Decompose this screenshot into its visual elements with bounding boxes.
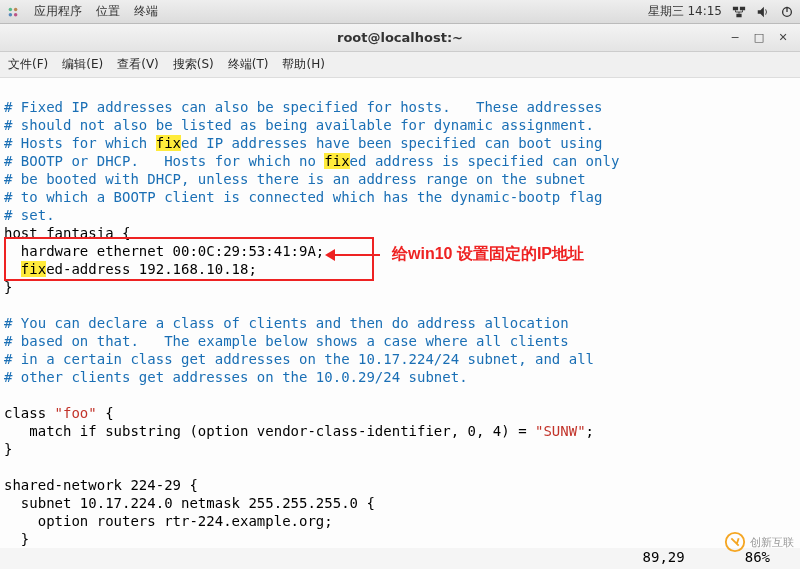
comment-line: # Hosts for which fixed IP addresses hav… [4, 135, 602, 151]
menu-edit[interactable]: 编辑(E) [62, 56, 103, 73]
comment-line: # should not also be listed as being ava… [4, 117, 594, 133]
code-line: match if substring (option vendor-class-… [4, 423, 594, 439]
code-line: shared-network 224-29 { [4, 477, 198, 493]
svg-point-2 [9, 12, 13, 16]
cursor-position: 89,29 [643, 549, 685, 565]
comment-line: # other clients get addresses on the 10.… [4, 369, 468, 385]
comment-line: # based on that. The example below shows… [4, 333, 569, 349]
activities-icon[interactable] [6, 5, 20, 19]
clock-label[interactable]: 星期三 14:15 [648, 3, 722, 20]
code-line: option routers rtr-224.example.org; [4, 513, 333, 529]
power-icon[interactable] [780, 5, 794, 19]
svg-rect-5 [740, 6, 745, 10]
comment-line: # in a certain class get addresses on th… [4, 351, 594, 367]
svg-marker-11 [758, 6, 764, 17]
window-title: root@localhost:~ [0, 30, 800, 45]
menu-search[interactable]: 搜索(S) [173, 56, 214, 73]
code-line: hardware ethernet 00:0C:29:53:41:9A; [4, 243, 324, 259]
comment-line: # Fixed IP addresses can also be specifi… [4, 99, 602, 115]
volume-icon[interactable] [756, 5, 770, 19]
app-menubar: 文件(F) 编辑(E) 查看(V) 搜索(S) 终端(T) 帮助(H) [0, 52, 800, 78]
highlight-fix: fix [156, 135, 181, 151]
svg-rect-6 [736, 13, 741, 17]
code-line: } [4, 531, 29, 547]
window-titlebar: root@localhost:~ − □ ✕ [0, 24, 800, 52]
menu-terminal[interactable]: 终端 [134, 3, 158, 20]
desktop-topbar: 应用程序 位置 终端 星期三 14:15 [0, 0, 800, 24]
menu-places[interactable]: 位置 [96, 3, 120, 20]
topbar-right: 星期三 14:15 [648, 3, 794, 20]
code-line: host fantasia { [4, 225, 130, 241]
svg-point-3 [14, 12, 18, 16]
comment-line: # You can declare a class of clients and… [4, 315, 569, 331]
code-line: } [4, 441, 12, 457]
code-line: } [4, 279, 12, 295]
code-line: fixed-address 192.168.10.18; [4, 261, 257, 277]
svg-point-1 [14, 7, 18, 11]
comment-line: # to which a BOOTP client is connected w… [4, 189, 602, 205]
menu-help[interactable]: 帮助(H) [282, 56, 324, 73]
svg-rect-4 [733, 6, 738, 10]
comment-line: # BOOTP or DHCP. Hosts for which no fixe… [4, 153, 619, 169]
string-literal: "SUNW" [535, 423, 586, 439]
menu-view[interactable]: 查看(V) [117, 56, 159, 73]
highlight-fix: fix [21, 261, 46, 277]
comment-line: # set. [4, 207, 55, 223]
svg-point-0 [9, 7, 13, 11]
network-icon[interactable] [732, 5, 746, 19]
watermark-icon [724, 531, 746, 553]
string-literal: "foo" [55, 405, 97, 421]
menu-file[interactable]: 文件(F) [8, 56, 48, 73]
terminal-viewport[interactable]: # Fixed IP addresses can also be specifi… [0, 78, 800, 548]
code-line: class "foo" { [4, 405, 114, 421]
menu-applications[interactable]: 应用程序 [34, 3, 82, 20]
watermark-text: 创新互联 [750, 535, 794, 550]
menu-terminal-app[interactable]: 终端(T) [228, 56, 269, 73]
watermark: 创新互联 [724, 531, 794, 553]
highlight-fix: fix [324, 153, 349, 169]
topbar-left: 应用程序 位置 终端 [6, 3, 158, 20]
code-line: subnet 10.17.224.0 netmask 255.255.255.0… [4, 495, 375, 511]
comment-line: # be booted with DHCP, unless there is a… [4, 171, 586, 187]
